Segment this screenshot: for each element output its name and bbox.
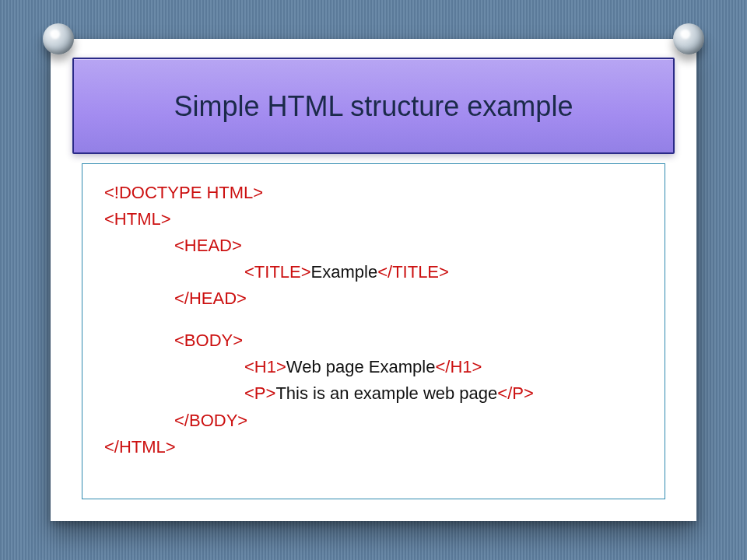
slide-title-box: Simple HTML structure example [72,58,675,154]
title-close-tag: </TITLE> [377,262,449,282]
code-line: </HEAD> [104,285,646,312]
pushpin-icon [673,23,704,54]
title-open-tag: <TITLE> [244,262,311,282]
p-close-tag: </P> [497,383,533,403]
h1-open-tag: <H1> [244,357,286,376]
p-open-tag: <P> [244,383,275,403]
html-close-tag: </HTML> [104,437,176,457]
h1-close-tag: </H1> [435,357,482,376]
p-text: This is an example web page [275,383,497,403]
code-line: <TITLE>Example</TITLE> [104,259,646,285]
html-open-tag: <HTML> [104,209,171,229]
title-text: Example [311,262,378,282]
h1-text: Web page Example [286,357,436,376]
code-line: </HTML> [104,434,646,460]
code-example-box: <!DOCTYPE HTML> <HTML> <HEAD> <TITLE>Exa… [82,163,665,499]
background: Simple HTML structure example <!DOCTYPE … [0,0,747,560]
code-line: <H1>Web page Example</H1> [104,354,646,380]
code-line: <HEAD> [104,233,646,259]
blank-line [104,312,646,327]
code-line: </BODY> [104,408,646,434]
body-open-tag: <BODY> [174,331,243,350]
code-line: <HTML> [104,206,646,233]
head-close-tag: </HEAD> [174,289,247,308]
pushpin-icon [43,23,74,54]
code-line: <P>This is an example web page</P> [104,380,646,407]
slide-title: Simple HTML structure example [159,89,589,124]
slide-paper: Simple HTML structure example <!DOCTYPE … [51,39,696,521]
body-close-tag: </BODY> [174,411,247,430]
doctype-tag: <!DOCTYPE HTML> [104,183,263,202]
head-open-tag: <HEAD> [174,236,242,255]
code-line: <!DOCTYPE HTML> [104,180,646,206]
code-line: <BODY> [104,327,646,354]
